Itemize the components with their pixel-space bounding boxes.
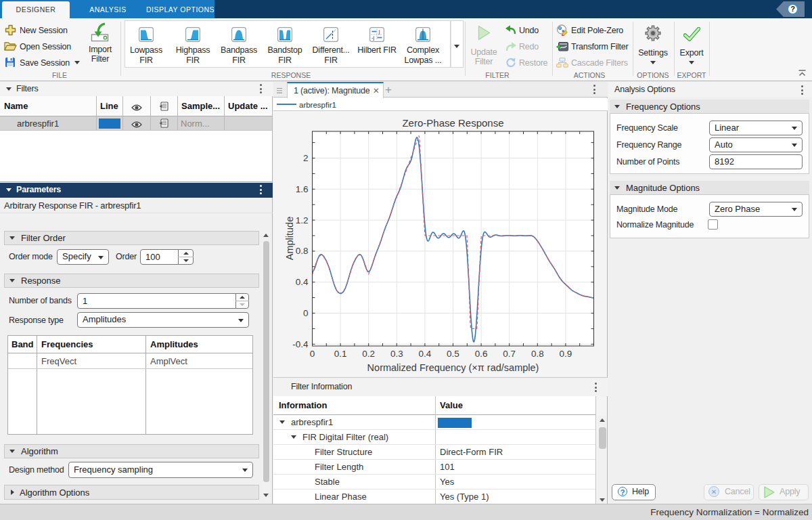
svg-text:0.5: 0.5 (447, 349, 459, 359)
svg-text:0.4: 0.4 (419, 349, 432, 359)
svg-text:0.4: 0.4 (296, 277, 309, 287)
svg-text:1.6: 1.6 (296, 184, 309, 194)
svg-text:Zero-Phase Response: Zero-Phase Response (402, 117, 503, 129)
svg-text:0.7: 0.7 (503, 349, 516, 359)
svg-text:1.2: 1.2 (296, 215, 309, 225)
svg-text:j: j (378, 28, 380, 35)
svg-text:0: 0 (310, 349, 315, 359)
svg-text:0.2: 0.2 (362, 349, 375, 359)
svg-text:Normalized Frequency (×π rad/s: Normalized Frequency (×π rad/sample) (367, 362, 539, 373)
svg-text:Amplitude: Amplitude (284, 217, 295, 260)
svg-text:0.3: 0.3 (390, 349, 403, 359)
svg-text:0.9: 0.9 (560, 349, 572, 359)
svg-text:0.8: 0.8 (296, 246, 309, 256)
svg-text:0.6: 0.6 (475, 349, 488, 359)
svg-text:0: 0 (303, 308, 309, 318)
svg-text:0.1: 0.1 (334, 349, 347, 359)
svg-text:0.8: 0.8 (531, 349, 544, 359)
svg-text:-0.4: -0.4 (292, 339, 309, 349)
svg-text:-j: -j (371, 35, 374, 41)
svg-text:2: 2 (303, 153, 309, 163)
